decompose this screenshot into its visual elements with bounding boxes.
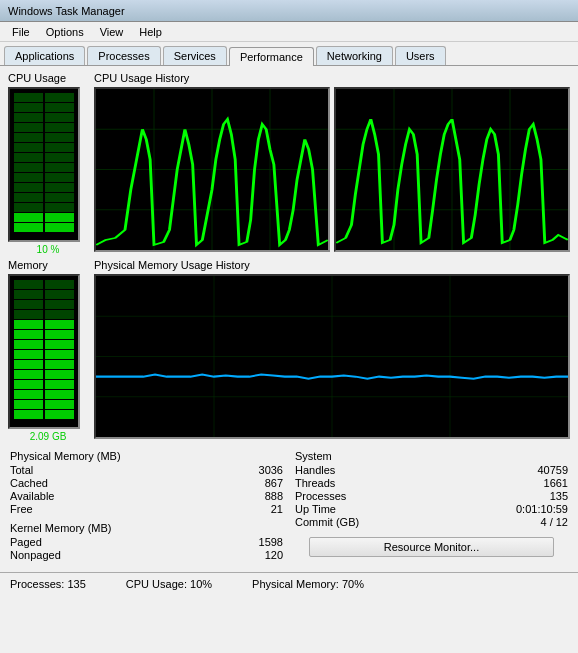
cpu-section: CPU Usage 10 % CPU Usage History (8, 72, 570, 255)
memory-section: Memory 2.09 GB Physical Memory Usage His… (8, 259, 570, 442)
km-paged-row: Paged 1598 (10, 536, 283, 549)
km-paged-label: Paged (10, 536, 42, 548)
memory-gauge (8, 274, 80, 429)
tab-networking[interactable]: Networking (316, 46, 393, 65)
status-memory: Physical Memory: 70% (252, 578, 364, 590)
menu-options[interactable]: Options (38, 24, 92, 40)
memory-chart (94, 274, 570, 439)
memory-chart-svg (96, 276, 568, 437)
tab-applications[interactable]: Applications (4, 46, 85, 65)
menu-bar: File Options View Help (0, 22, 578, 42)
tab-services[interactable]: Services (163, 46, 227, 65)
sys-uptime-row: Up Time 0:01:10:59 (295, 503, 568, 516)
pm-total-row: Total 3036 (10, 464, 283, 477)
cpu-charts (94, 87, 570, 252)
sys-processes-label: Processes (295, 490, 346, 502)
pm-free-row: Free 21 (10, 503, 283, 516)
sys-commit-row: Commit (GB) 4 / 12 (295, 516, 568, 529)
stats-left: Physical Memory (MB) Total 3036 Cached 8… (10, 450, 283, 562)
pm-total-label: Total (10, 464, 33, 476)
cpu-gauge (8, 87, 80, 242)
memory-chart-area: Physical Memory Usage History (94, 259, 570, 439)
pm-total-val: 3036 (259, 464, 283, 476)
sys-uptime-val: 0:01:10:59 (516, 503, 568, 515)
km-nonpaged-row: Nonpaged 120 (10, 549, 283, 562)
sys-processes-row: Processes 135 (295, 490, 568, 503)
pm-cached-row: Cached 867 (10, 477, 283, 490)
tab-users[interactable]: Users (395, 46, 446, 65)
sys-processes-val: 135 (550, 490, 568, 502)
tab-processes[interactable]: Processes (87, 46, 160, 65)
km-paged-val: 1598 (259, 536, 283, 548)
title-bar: Windows Task Manager (0, 0, 578, 22)
system-title: System (295, 450, 568, 462)
stats-section: Physical Memory (MB) Total 3036 Cached 8… (8, 446, 570, 566)
title-text: Windows Task Manager (8, 5, 125, 17)
tab-performance[interactable]: Performance (229, 47, 314, 66)
sys-handles-row: Handles 40759 (295, 464, 568, 477)
status-bar: Processes: 135 CPU Usage: 10% Physical M… (0, 572, 578, 594)
cpu-gauge-container: CPU Usage 10 % (8, 72, 88, 255)
menu-file[interactable]: File (4, 24, 38, 40)
sys-commit-val: 4 / 12 (540, 516, 568, 528)
pm-cached-label: Cached (10, 477, 48, 489)
kernel-memory-title: Kernel Memory (MB) (10, 522, 283, 534)
main-content: CPU Usage 10 % CPU Usage History (0, 66, 578, 572)
cpu-usage-label: CPU Usage (8, 72, 88, 84)
resource-monitor-button[interactable]: Resource Monitor... (309, 537, 555, 557)
km-nonpaged-val: 120 (265, 549, 283, 561)
pm-cached-val: 867 (265, 477, 283, 489)
cpu-chart-area: CPU Usage History (94, 72, 570, 252)
cpu-chart-1 (94, 87, 330, 252)
pm-free-val: 21 (271, 503, 283, 515)
sys-commit-label: Commit (GB) (295, 516, 359, 528)
memory-history-label: Physical Memory Usage History (94, 259, 570, 271)
stats-right: System Handles 40759 Threads 1661 Proces… (295, 450, 568, 562)
pm-free-label: Free (10, 503, 33, 515)
tabs-bar: Applications Processes Services Performa… (0, 42, 578, 66)
cpu-history-label: CPU Usage History (94, 72, 570, 84)
pm-available-val: 888 (265, 490, 283, 502)
sys-handles-label: Handles (295, 464, 335, 476)
sys-threads-val: 1661 (544, 477, 568, 489)
cpu-value: 10 % (8, 244, 88, 255)
memory-gauge-container: Memory 2.09 GB (8, 259, 88, 442)
sys-handles-val: 40759 (537, 464, 568, 476)
cpu-chart-svg-1 (96, 89, 328, 250)
km-nonpaged-label: Nonpaged (10, 549, 61, 561)
memory-value: 2.09 GB (8, 431, 88, 442)
sys-uptime-label: Up Time (295, 503, 336, 515)
sys-threads-row: Threads 1661 (295, 477, 568, 490)
pm-available-row: Available 888 (10, 490, 283, 503)
cpu-chart-svg-2 (336, 89, 568, 250)
physical-memory-title: Physical Memory (MB) (10, 450, 283, 462)
menu-help[interactable]: Help (131, 24, 170, 40)
sys-threads-label: Threads (295, 477, 335, 489)
pm-available-label: Available (10, 490, 54, 502)
cpu-chart-2 (334, 87, 570, 252)
status-processes: Processes: 135 (10, 578, 86, 590)
memory-label: Memory (8, 259, 88, 271)
menu-view[interactable]: View (92, 24, 132, 40)
status-cpu: CPU Usage: 10% (126, 578, 212, 590)
